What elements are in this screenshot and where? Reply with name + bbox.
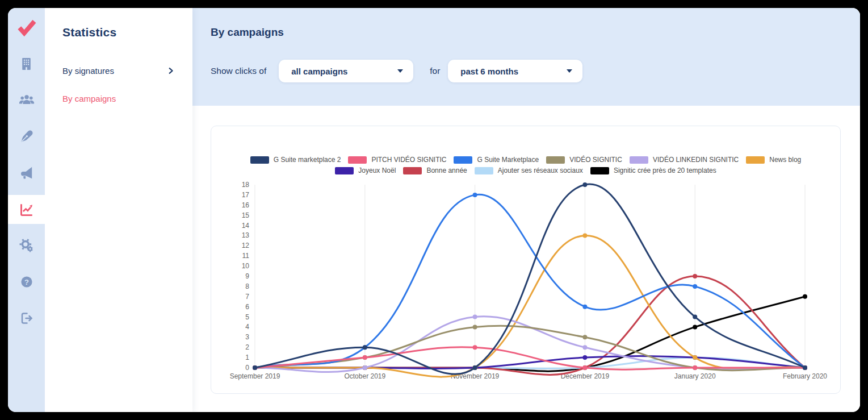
y-axis-label: 9	[245, 272, 249, 280]
legend-item[interactable]: PITCH VIDÉO SIGNITIC	[348, 156, 446, 164]
campaign-clicks-chart-card: G Suite marketplace 2PITCH VIDÉO SIGNITI…	[211, 126, 841, 394]
data-point[interactable]	[473, 325, 477, 329]
legend-item[interactable]: Bonne année	[403, 167, 467, 174]
chevron-right-icon	[166, 66, 175, 75]
legend-label: G Suite Marketplace	[477, 156, 539, 164]
campaign-dropdown-value: all campaigns	[291, 66, 347, 76]
sidebar-item-by-signatures[interactable]: By signatures	[62, 66, 175, 76]
data-point[interactable]	[803, 365, 807, 370]
legend-label: VIDÉO SIGNITIC	[569, 156, 622, 164]
legend-label: G Suite marketplace 2	[274, 156, 341, 164]
legend-item[interactable]: VIDÉO LINKEDIN SIGNITIC	[630, 156, 739, 164]
legend-item[interactable]: G Suite marketplace 2	[250, 156, 341, 164]
svg-text:?: ?	[24, 278, 29, 286]
chart-line-icon	[19, 202, 34, 217]
legend-swatch	[475, 167, 493, 174]
data-point[interactable]	[582, 182, 587, 187]
campaign-dropdown[interactable]: all campaigns	[279, 60, 413, 82]
y-axis-label: 16	[242, 201, 250, 209]
data-point[interactable]	[693, 284, 697, 289]
y-axis-label: 17	[242, 191, 250, 199]
data-point[interactable]	[473, 365, 477, 370]
y-axis-label: 5	[245, 313, 249, 321]
data-point[interactable]	[253, 365, 257, 370]
data-point[interactable]	[582, 233, 587, 238]
caret-down-icon	[567, 69, 572, 73]
app-window: ? Statistics By signatures By campaigns …	[8, 8, 860, 412]
series-line	[255, 317, 805, 372]
data-point[interactable]	[693, 355, 697, 360]
y-axis-label: 15	[242, 211, 250, 219]
legend-label: Signitic crée près de 20 templates	[614, 167, 716, 174]
data-point[interactable]	[803, 294, 807, 299]
data-point[interactable]	[473, 345, 477, 350]
data-point[interactable]	[693, 325, 697, 329]
sidebar-item-by-campaigns[interactable]: By campaigns	[62, 94, 175, 103]
data-point[interactable]	[363, 345, 367, 350]
caret-down-icon	[397, 69, 403, 73]
megaphone-icon	[19, 165, 34, 180]
y-axis-label: 7	[245, 293, 249, 301]
data-point[interactable]	[363, 355, 367, 360]
y-axis-label: 10	[242, 262, 250, 270]
data-point[interactable]	[693, 365, 697, 370]
legend-label: Ajouter ses réseaux sociaux	[498, 167, 583, 174]
rail-item-organization[interactable]	[8, 49, 45, 78]
data-point[interactable]	[582, 345, 587, 350]
data-point[interactable]	[693, 274, 697, 278]
y-axis-label: 4	[245, 323, 249, 331]
rail-item-help[interactable]: ?	[8, 267, 45, 297]
legend-swatch	[546, 156, 565, 164]
users-icon	[19, 92, 35, 108]
y-axis-label: 11	[242, 252, 250, 260]
legend-item[interactable]: Joyeux Noël	[335, 167, 396, 174]
data-point[interactable]	[582, 335, 587, 339]
y-axis-label: 3	[245, 333, 249, 341]
y-axis-label: 2	[245, 343, 249, 351]
icon-rail: ?	[8, 8, 45, 412]
rail-item-campaigns[interactable]	[8, 158, 45, 188]
legend-item[interactable]: VIDÉO SIGNITIC	[546, 156, 622, 164]
legend-label: News blog	[769, 156, 801, 164]
pen-icon	[20, 130, 33, 143]
sidebar-item-label: By signatures	[62, 66, 114, 76]
header-band: By campaigns Show clicks of all campaign…	[192, 8, 860, 106]
legend-label: Joyeux Noël	[358, 167, 396, 174]
legend-item[interactable]: Signitic crée près de 20 templates	[590, 167, 716, 174]
rail-item-statistics[interactable]	[8, 195, 45, 224]
legend-item[interactable]: G Suite Marketplace	[454, 156, 539, 164]
main-content: By campaigns Show clicks of all campaign…	[192, 8, 860, 412]
data-point[interactable]	[473, 315, 477, 319]
data-point[interactable]	[363, 365, 367, 370]
legend-swatch	[746, 156, 765, 164]
data-point[interactable]	[582, 355, 587, 360]
legend-swatch	[250, 156, 269, 164]
data-point[interactable]	[582, 365, 587, 370]
page-title: By campaigns	[211, 26, 284, 39]
data-point[interactable]	[473, 193, 477, 197]
data-point[interactable]	[693, 315, 697, 319]
rail-item-sign-out[interactable]	[8, 303, 45, 333]
y-axis-label: 18	[242, 181, 250, 189]
legend-swatch	[335, 167, 354, 174]
y-axis-label: 14	[242, 222, 250, 230]
chart-legend: G Suite marketplace 2PITCH VIDÉO SIGNITI…	[211, 156, 840, 174]
legend-swatch	[403, 167, 422, 174]
series-line	[255, 194, 805, 368]
for-label: for	[430, 66, 440, 76]
rail-item-signatures[interactable]	[8, 122, 45, 151]
legend-label: PITCH VIDÉO SIGNITIC	[371, 156, 446, 164]
filter-row: Show clicks of all campaigns for past 6 …	[211, 60, 582, 82]
period-dropdown[interactable]: past 6 months	[448, 60, 582, 82]
show-clicks-label: Show clicks of	[211, 66, 266, 76]
legend-swatch	[348, 156, 367, 164]
y-axis-label: 12	[242, 242, 250, 249]
y-axis-label: 1	[245, 354, 249, 361]
legend-item[interactable]: Ajouter ses réseaux sociaux	[475, 167, 583, 174]
legend-label: Bonne année	[426, 167, 467, 174]
data-point[interactable]	[582, 305, 587, 309]
app-logo[interactable]	[8, 13, 45, 42]
rail-item-users[interactable]	[8, 85, 45, 115]
rail-item-settings[interactable]	[8, 231, 45, 260]
legend-item[interactable]: News blog	[746, 156, 801, 164]
